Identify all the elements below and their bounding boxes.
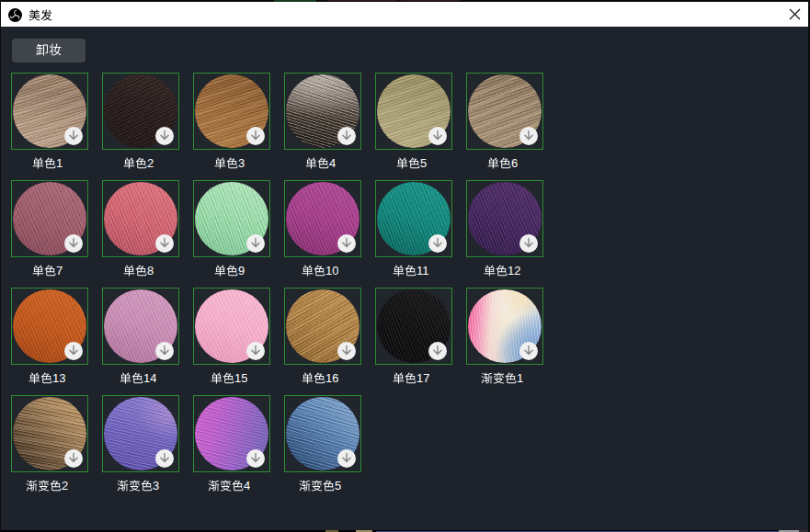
svg-text:2: 2: [62, 479, 68, 492]
svg-text:1: 1: [56, 156, 63, 170]
svg-text:8: 8: [147, 264, 154, 277]
svg-text:5: 5: [335, 479, 341, 492]
svg-text:4: 4: [244, 479, 250, 492]
svg-text:9: 9: [238, 264, 245, 277]
svg-text:6: 6: [511, 156, 518, 170]
svg-text:12: 12: [508, 264, 520, 277]
svg-text:4: 4: [329, 156, 336, 170]
svg-text:11: 11: [416, 264, 429, 277]
svg-text:2: 2: [147, 156, 154, 170]
svg-text:16: 16: [325, 371, 338, 385]
svg-text:14: 14: [143, 371, 156, 385]
svg-text:15: 15: [234, 371, 247, 385]
svg-text:3: 3: [238, 156, 245, 170]
svg-text:3: 3: [153, 479, 159, 492]
svg-text:1: 1: [517, 371, 523, 385]
svg-text:10: 10: [325, 264, 338, 277]
svg-text:7: 7: [56, 264, 63, 277]
svg-text:13: 13: [52, 371, 65, 385]
svg-text:17: 17: [416, 371, 429, 385]
svg-text:5: 5: [420, 156, 427, 170]
